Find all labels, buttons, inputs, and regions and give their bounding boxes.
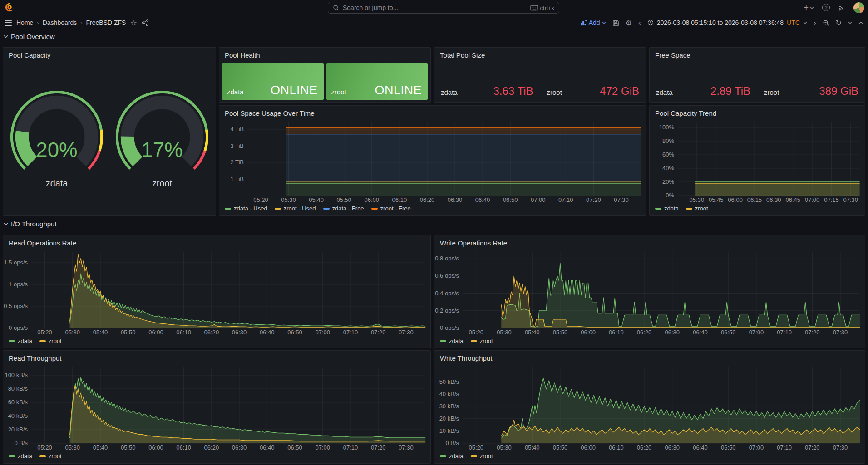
chart-legend: zdatazroot (434, 452, 865, 463)
legend-swatch (371, 208, 378, 210)
favorite-star-icon[interactable]: ☆ (130, 19, 137, 27)
breadcrumb-home[interactable]: Home (16, 19, 33, 26)
svg-text:05:40: 05:40 (93, 444, 108, 451)
search-input[interactable] (343, 4, 530, 11)
legend-item[interactable]: zdata - Used (225, 205, 267, 212)
health-tile-zroot[interactable]: zroot ONLINE (326, 63, 428, 100)
legend-item[interactable]: zroot (471, 338, 493, 344)
svg-text:07:20: 07:20 (805, 444, 820, 451)
stat-name: zdata (441, 88, 458, 96)
svg-text:06:20: 06:20 (637, 329, 652, 336)
legend-swatch (39, 455, 46, 457)
legend-item[interactable]: zroot (39, 338, 62, 344)
legend-label: zdata (449, 453, 464, 460)
time-series-chart[interactable]: 05:2005:3005:4005:5006:0006:1006:2006:30… (219, 119, 646, 204)
breadcrumb-dashboards[interactable]: Dashboards (43, 19, 77, 26)
settings-gear-icon[interactable]: ⚙ (626, 19, 632, 27)
svg-text:100%: 100% (659, 124, 675, 131)
legend-item[interactable]: zdata - Free (323, 205, 364, 212)
time-range-label: 2026-03-08 05:15:10 to 2026-03-08 07:36:… (657, 19, 784, 26)
status-badge: ONLINE (375, 83, 422, 98)
time-series-chart[interactable]: 05:2005:3005:4005:5006:0006:1006:2006:30… (3, 249, 430, 337)
legend-item[interactable]: zroot (686, 205, 708, 212)
legend-item[interactable]: zroot (471, 453, 493, 460)
add-button[interactable]: Add (580, 19, 606, 26)
legend-swatch (655, 208, 661, 210)
avatar[interactable] (853, 2, 864, 13)
svg-text:50 kB/s: 50 kB/s (439, 378, 459, 385)
legend-item[interactable]: zdata (655, 205, 679, 212)
legend-item[interactable]: zdata (440, 453, 464, 460)
search-box[interactable]: ctrl+k (328, 2, 559, 14)
time-series-chart[interactable]: 05:2005:3005:4005:5006:0006:1006:2006:30… (434, 364, 865, 452)
row-io-throughput[interactable]: I/O Throughput (4, 220, 57, 228)
row-pool-overview[interactable]: Pool Overview (4, 33, 55, 40)
time-series-chart[interactable]: 05:2005:3005:4005:5006:0006:1006:2006:30… (3, 364, 430, 452)
svg-text:07:00: 07:00 (749, 329, 764, 336)
zoom-out-icon[interactable] (823, 20, 829, 26)
grafana-logo[interactable] (5, 2, 15, 12)
stat-name: zdata (656, 88, 673, 96)
svg-text:05:40: 05:40 (525, 444, 540, 451)
legend-item[interactable]: zroot - Used (275, 205, 316, 212)
stat-zdata: zdata 3.63 TiB (441, 85, 533, 98)
time-shift-back-icon[interactable]: ‹ (638, 19, 641, 27)
panel-title[interactable]: Pool Capacity Trend (650, 106, 865, 119)
add-panel-icon (580, 20, 587, 26)
svg-text:06:10: 06:10 (392, 196, 407, 203)
panel-title[interactable]: Free Space (650, 48, 865, 61)
panel-title[interactable]: Read Operations Rate (3, 235, 430, 249)
chart-legend: zdatazroot (3, 337, 430, 348)
refresh-interval-chevron-icon[interactable] (848, 21, 852, 24)
share-icon[interactable] (142, 19, 149, 26)
health-tile-zdata[interactable]: zdata ONLINE (222, 63, 324, 100)
breadcrumb-separator: › (37, 20, 39, 26)
chart-legend: zdata - Usedzroot - Usedzdata - Freezroo… (219, 204, 646, 215)
gauge-zroot: 17%zroot (110, 84, 214, 190)
panel-title[interactable]: Pool Health (219, 48, 430, 61)
legend-item[interactable]: zdata (9, 453, 32, 460)
news-icon[interactable] (838, 4, 845, 11)
shortcut-label: ctrl+k (540, 5, 554, 11)
panel-title[interactable]: Total Pool Size (434, 48, 646, 61)
svg-text:06:45: 06:45 (785, 196, 800, 203)
panel-title[interactable]: Pool Capacity (3, 48, 216, 61)
svg-text:06:30: 06:30 (232, 329, 247, 336)
svg-text:1 TiB: 1 TiB (230, 176, 244, 182)
panel-title[interactable]: Write Throughput (434, 351, 865, 364)
time-range-picker[interactable]: 2026-03-08 05:15:10 to 2026-03-08 07:36:… (647, 19, 807, 26)
panel-title[interactable]: Pool Space Usage Over Time (219, 106, 646, 119)
chevron-down-icon (4, 222, 8, 225)
legend-item[interactable]: zdata (440, 338, 464, 344)
svg-text:0 B/s: 0 B/s (445, 440, 459, 446)
legend-item[interactable]: zroot - Free (371, 205, 411, 212)
time-series-chart[interactable]: 05:2005:3005:4005:5006:0006:1006:2006:30… (434, 249, 865, 337)
menu-icon[interactable] (5, 20, 12, 26)
panel-title[interactable]: Write Operations Rate (434, 235, 865, 249)
legend-item[interactable]: zroot (39, 453, 62, 460)
svg-text:06:10: 06:10 (609, 444, 624, 451)
svg-text:80%: 80% (662, 137, 674, 144)
legend-swatch (440, 340, 446, 342)
new-button[interactable]: + (804, 4, 814, 12)
stat-value: 472 GiB (600, 85, 639, 98)
svg-text:06:30: 06:30 (448, 196, 463, 203)
legend-item[interactable]: zdata (9, 338, 32, 344)
svg-text:0.8 ops/s: 0.8 ops/s (435, 255, 459, 262)
svg-text:05:30: 05:30 (690, 196, 705, 203)
refresh-icon[interactable]: ↻ (836, 19, 842, 27)
svg-text:07:30: 07:30 (614, 196, 629, 203)
panel-title[interactable]: Read Throughput (3, 351, 430, 364)
save-icon[interactable] (612, 20, 619, 26)
collapse-toolbar-icon[interactable] (858, 21, 863, 24)
svg-text:05:45: 05:45 (709, 196, 724, 203)
help-icon[interactable]: ? (822, 4, 830, 11)
legend-swatch (686, 208, 692, 210)
svg-text:05:20: 05:20 (469, 444, 484, 451)
svg-text:60%: 60% (662, 151, 674, 158)
time-shift-forward-icon[interactable]: › (814, 19, 816, 27)
svg-text:80 kB/s: 80 kB/s (8, 385, 28, 392)
svg-text:06:50: 06:50 (721, 444, 736, 451)
time-series-chart[interactable]: 05:3005:4506:0006:1506:3006:4507:0007:15… (650, 119, 865, 204)
svg-text:06:10: 06:10 (176, 329, 191, 336)
